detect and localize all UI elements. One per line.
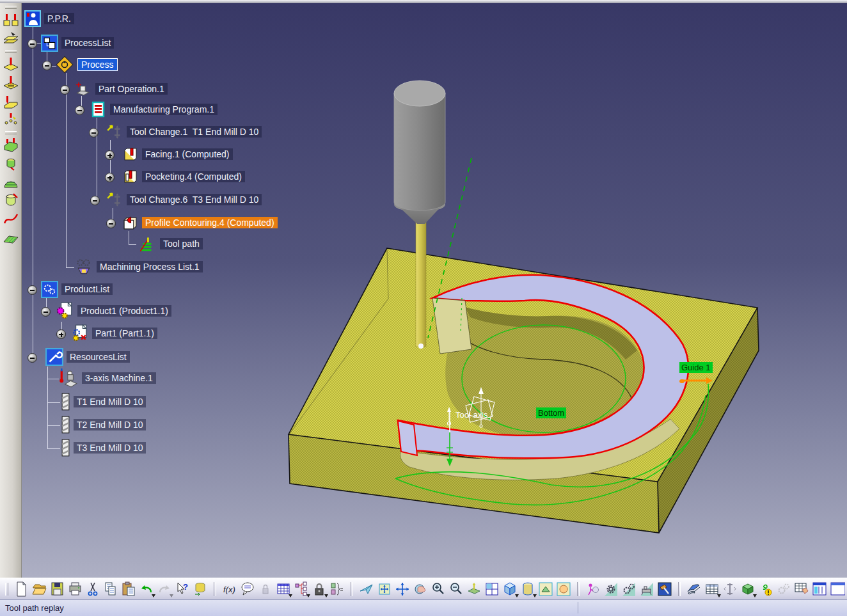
settings-gear-button[interactable] [603,581,619,597]
design-table-button[interactable] [276,581,291,597]
tree-item-pocketing-4[interactable]: Pocketing.4 (Computed) [122,168,245,185]
tree-item-ppr[interactable]: P.P.R. [24,10,74,27]
expander-manufacturing-program[interactable] [75,106,84,115]
table-view-button[interactable] [704,581,720,597]
paste-button[interactable] [121,581,136,597]
curve-machining-button[interactable] [2,210,20,228]
isometric-view-button[interactable] [502,581,518,597]
tree-item-process[interactable]: Process [55,56,118,73]
tree-item-product-list[interactable]: ProductList [41,281,113,297]
tree-item-t3-end-mill[interactable]: T3 End Mill D 10 [61,439,146,456]
roughing-operation-button[interactable] [2,29,20,47]
tree-item-t2-end-mill[interactable]: T2 End Mill D 10 [61,416,146,433]
replay-simulation-button[interactable] [585,581,601,597]
tree-item-t1-end-mill[interactable]: T1 End Mill D 10 [61,393,146,410]
fit-all-in-button[interactable] [377,581,392,597]
groove-milling-button[interactable] [2,74,20,91]
render-style-2-button[interactable] [556,581,571,597]
status-bar-divider [578,602,578,613]
print-button[interactable] [67,581,83,597]
new-document-button[interactable] [13,581,29,597]
tree-line [66,267,74,268]
tree-item-tool-path[interactable]: Tool path [136,235,203,252]
shading-button[interactable] [520,581,535,597]
profile-contouring-button[interactable] [2,92,20,110]
multi-pocket-button[interactable] [2,155,20,173]
tree-item-tool-change-1[interactable]: Tool Change.1 T1 End Mill D 10 [106,123,262,140]
copy-button[interactable] [103,581,118,597]
toolbar-handle[interactable] [5,583,8,596]
tree-item-machine[interactable]: 3-axis Machine.1 [59,370,156,386]
cut-button[interactable] [85,581,100,597]
lock-button[interactable] [312,581,327,597]
tree-item-tool-change-6[interactable]: Tool Change.6 T3 End Mill D 10 [106,191,262,208]
undo-button[interactable] [139,581,154,597]
gears-disabled-button[interactable] [776,581,791,597]
stock-button[interactable] [740,581,756,597]
tree-item-part-operation[interactable]: Part Operation.1 [74,81,168,97]
zoom-out-button[interactable] [448,581,464,597]
tree-item-facing-1[interactable]: Facing.1 (Computed) [122,146,233,162]
expander-product1[interactable] [41,307,51,317]
expander-part-operation[interactable] [60,85,70,95]
tree-item-label: ResourcesList [67,351,130,363]
tool-change-button[interactable] [722,581,738,597]
fly-mode-button[interactable] [359,581,374,597]
pan-button[interactable] [395,581,410,597]
expander-process-list[interactable] [28,39,37,49]
toolbar-separator [5,50,17,53]
save-button[interactable] [49,581,65,597]
redo-button[interactable] [157,581,172,597]
expander-resources-list[interactable] [28,353,37,363]
spiral-milling-button[interactable] [2,192,20,210]
expander-facing-1[interactable] [105,150,115,160]
expander-product-list[interactable] [28,285,37,295]
isoparametric-machining-button[interactable] [2,229,20,247]
tree-item-machining-process-list[interactable]: Machining Process List.1 [74,258,203,275]
table-edit-button[interactable] [794,581,809,597]
tree-item-label-selected: Process [77,58,118,71]
gears-button[interactable] [621,581,637,597]
tree-item-resources-list[interactable]: ResourcesList [45,349,130,365]
normal-view-button[interactable] [466,581,482,597]
facing-operation-button[interactable] [2,11,20,29]
more-tools-button[interactable] [830,581,845,597]
tree-item-profile-contouring-4[interactable]: Profile Contouring.4 (Computed) [122,214,278,231]
tree-item-part1[interactable]: Part1 (Part1.1) [70,325,157,342]
rotate-button[interactable] [413,581,428,597]
machine-setup-button[interactable] [639,581,654,597]
sweeping-button[interactable] [2,136,20,154]
analysis-hammer-button[interactable] [657,581,672,597]
zoom-in-button[interactable] [431,581,446,597]
knowledge-fx-button[interactable]: f(x) [222,581,237,597]
expander-tool-change-1[interactable] [89,128,99,138]
toolpath-warning-button[interactable] [758,581,773,597]
parameters-button[interactable] [329,581,345,597]
lock-small-button[interactable] [258,581,273,597]
point-to-point-button[interactable] [2,111,20,129]
tree-item-process-list[interactable]: ProcessList [41,35,114,51]
tree-line [47,448,60,449]
data-save-button[interactable] [193,581,208,597]
expander-process[interactable] [42,61,52,70]
tool-path-icon [136,234,157,253]
spot-drilling-button[interactable] [2,55,20,73]
render-style-1-button[interactable] [538,581,553,597]
tree-item-product1[interactable]: Product1 (Product1.1) [55,303,171,319]
expander-part1[interactable] [56,329,66,339]
catalog-book-button[interactable] [686,581,702,597]
window-layout-button[interactable] [812,581,827,597]
open-folder-button[interactable] [31,581,47,597]
end-mill-icon [61,438,70,457]
expander-profile-contouring-4[interactable] [106,219,116,228]
expander-pocketing-4[interactable] [105,173,115,182]
what-is-this-button[interactable]: ? [175,581,190,597]
comment-button[interactable] [240,581,255,597]
toolbar-handle[interactable] [5,6,17,9]
multi-view-button[interactable] [484,581,500,597]
expander-tool-change-6[interactable] [90,196,100,205]
zlevel-machining-button[interactable] [2,173,20,191]
tree-item-manufacturing-program[interactable]: Manufacturing Program.1 [90,101,218,118]
structure-button[interactable] [294,581,309,597]
groove-end-wall-lower [398,421,417,455]
